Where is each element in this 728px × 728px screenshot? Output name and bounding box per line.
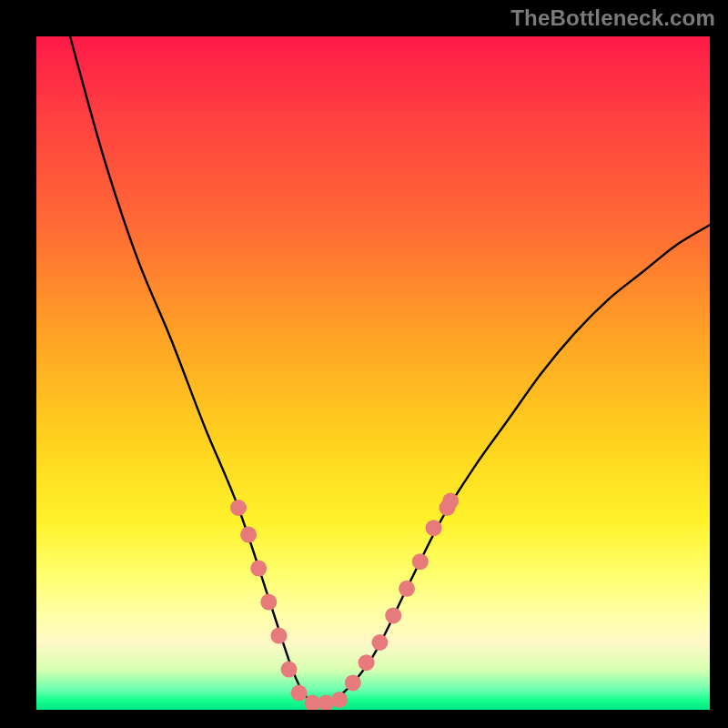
marker-dot <box>331 692 348 708</box>
plot-area <box>36 36 710 710</box>
chart-frame: TheBottleneck.com <box>0 0 728 728</box>
watermark-text: TheBottleneck.com <box>511 5 715 31</box>
marker-dot <box>385 607 401 623</box>
marker-dot <box>345 674 361 691</box>
marker-dot <box>359 654 375 671</box>
marker-dot <box>281 662 298 678</box>
marker-dot <box>412 553 429 570</box>
marker-dot <box>270 628 287 644</box>
marker-dot <box>291 685 308 702</box>
marker-dot <box>230 500 247 516</box>
marker-dot <box>426 520 442 536</box>
marker-dot <box>399 581 415 597</box>
marker-dot <box>250 561 267 577</box>
curve-svg <box>36 36 710 710</box>
marker-dot <box>240 527 257 543</box>
marker-dot <box>371 634 388 651</box>
marker-dot <box>260 594 277 611</box>
bottleneck-curve <box>70 36 710 703</box>
curve-markers <box>230 493 459 710</box>
marker-dot <box>442 493 459 510</box>
